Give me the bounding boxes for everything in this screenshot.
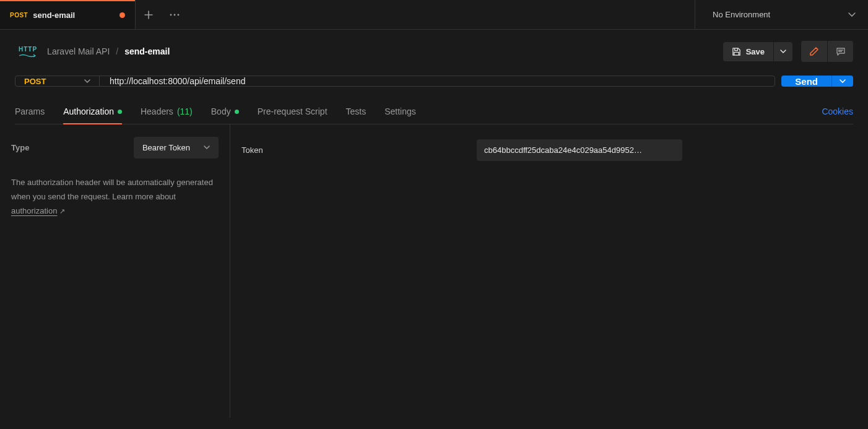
auth-type-selector[interactable]: Bearer Token xyxy=(134,137,219,158)
auth-sidebar: Type Bearer Token The authorization head… xyxy=(0,124,230,418)
token-label: Token xyxy=(241,145,477,155)
auth-help-text: The authorization header will be automat… xyxy=(11,176,219,218)
comments-button[interactable] xyxy=(827,41,853,62)
more-horizontal-icon xyxy=(170,14,180,16)
auth-type-row: Type Bearer Token xyxy=(11,137,219,158)
tab-headers[interactable]: Headers (11) xyxy=(141,100,193,124)
method-label: POST xyxy=(24,77,46,86)
header-icon-group xyxy=(801,41,853,62)
headers-count: (11) xyxy=(177,106,193,116)
tab-method-badge: POST xyxy=(10,12,28,19)
save-more-button[interactable] xyxy=(773,42,792,61)
environment-selector[interactable]: No Environment xyxy=(695,0,868,29)
plus-icon xyxy=(144,11,153,19)
auth-type-value: Bearer Token xyxy=(142,143,190,152)
edit-button[interactable] xyxy=(801,41,827,62)
svg-point-0 xyxy=(170,14,172,15)
chevron-down-icon xyxy=(840,79,846,84)
tab-overflow-button[interactable] xyxy=(162,0,188,30)
authorization-help-link[interactable]: authorization xyxy=(11,206,57,215)
http-swoosh-icon xyxy=(19,54,36,58)
chevron-down-icon xyxy=(84,79,90,84)
chevron-down-icon xyxy=(780,50,786,54)
url-input[interactable] xyxy=(100,76,775,86)
request-tabs: Params Authorization Headers (11) Body P… xyxy=(15,100,853,124)
cookies-link[interactable]: Cookies xyxy=(822,100,853,124)
tab-body[interactable]: Body xyxy=(211,100,239,124)
environment-label: No Environment xyxy=(713,10,770,19)
breadcrumb-separator: / xyxy=(116,46,118,56)
breadcrumb-request: send-email xyxy=(124,46,170,56)
unsaved-dot-icon xyxy=(119,12,125,18)
authorization-panel: Type Bearer Token The authorization head… xyxy=(0,124,868,418)
tab-authorization[interactable]: Authorization xyxy=(63,100,122,124)
chevron-down-icon xyxy=(204,145,210,150)
tab-prerequest[interactable]: Pre-request Script xyxy=(258,100,328,124)
tab-params[interactable]: Params xyxy=(15,100,45,124)
status-dot-icon xyxy=(118,110,122,114)
save-button[interactable]: Save xyxy=(723,42,773,61)
send-label: Send xyxy=(795,76,818,87)
save-button-group: Save xyxy=(723,42,792,61)
status-dot-icon xyxy=(235,110,239,114)
http-badge-text: HTTP xyxy=(19,46,37,53)
save-icon xyxy=(732,47,741,56)
token-input[interactable] xyxy=(477,139,682,161)
send-button-group: Send xyxy=(781,76,853,87)
auth-type-label: Type xyxy=(11,143,29,152)
method-selector[interactable]: POST xyxy=(15,76,100,86)
http-badge: HTTP xyxy=(19,46,37,58)
external-link-icon: ↗ xyxy=(59,207,65,215)
tab-bar: POST send-email No Environment xyxy=(0,0,868,30)
breadcrumb-collection[interactable]: Laravel Mail API xyxy=(47,46,110,56)
chevron-down-icon xyxy=(848,12,856,17)
request-tab[interactable]: POST send-email xyxy=(0,0,135,29)
request-row: POST Send xyxy=(15,76,853,87)
auth-content: Token xyxy=(230,124,868,418)
tab-tests[interactable]: Tests xyxy=(346,100,367,124)
save-label: Save xyxy=(746,47,765,56)
new-tab-button[interactable] xyxy=(136,0,162,30)
token-row: Token xyxy=(241,139,857,161)
pencil-icon xyxy=(809,46,819,56)
comment-icon xyxy=(836,46,846,56)
url-group: POST xyxy=(15,76,775,87)
send-button[interactable]: Send xyxy=(781,76,831,87)
breadcrumb: Laravel Mail API / send-email xyxy=(47,46,170,56)
svg-point-1 xyxy=(174,14,176,15)
send-more-button[interactable] xyxy=(831,76,853,87)
tab-title: send-email xyxy=(33,11,75,20)
header-actions: Save xyxy=(723,41,853,62)
tab-actions xyxy=(136,0,188,29)
header-row: HTTP Laravel Mail API / send-email Save xyxy=(0,30,868,73)
svg-point-2 xyxy=(178,14,180,15)
tab-settings[interactable]: Settings xyxy=(384,100,416,124)
